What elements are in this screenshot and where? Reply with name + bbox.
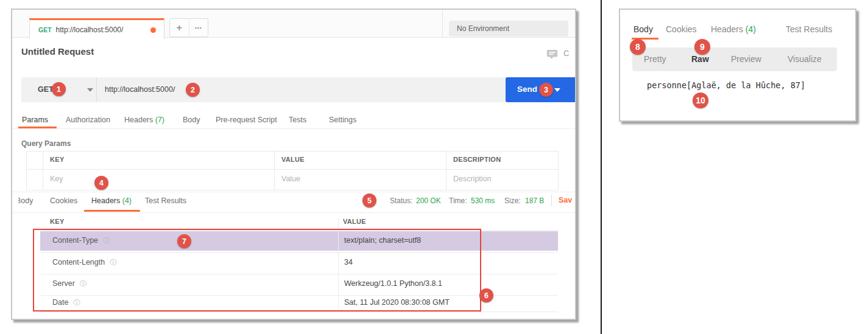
divider xyxy=(26,151,558,151)
column-header-description: DESCRIPTION xyxy=(453,156,501,163)
divider xyxy=(12,128,576,129)
comment-icon[interactable] xyxy=(546,49,558,60)
divider xyxy=(551,194,552,206)
headers-count-badge: (4) xyxy=(122,197,132,205)
divider xyxy=(26,190,558,190)
divider xyxy=(274,151,275,190)
response-tab-test-results[interactable]: Test Results xyxy=(786,24,832,34)
chevron-down-icon[interactable] xyxy=(554,88,560,92)
annotation-2: 2 xyxy=(186,83,200,97)
divider xyxy=(41,311,558,312)
tab-body[interactable]: Body xyxy=(183,116,200,124)
annotation-1: 1 xyxy=(52,82,66,96)
headers-count-badge: (7) xyxy=(155,116,164,124)
annotation-5: 5 xyxy=(362,193,376,207)
status-value: 200 OK xyxy=(416,197,441,205)
comments-label-cut: C xyxy=(563,49,569,58)
active-tab-underline xyxy=(84,210,140,212)
description-input[interactable]: Description xyxy=(453,175,492,183)
annotation-9: 9 xyxy=(694,39,710,55)
time-value: 530 ms xyxy=(471,197,495,205)
request-tab-method: GET xyxy=(38,26,52,33)
divider xyxy=(446,151,446,190)
response-tab-test-results[interactable]: Test Results xyxy=(145,197,186,205)
column-header-value: VALUE xyxy=(343,218,366,225)
divider xyxy=(26,151,27,190)
view-tab-raw[interactable]: Raw xyxy=(691,54,709,64)
postman-response-panel: Body Cookies Headers (4) Test Results Pr… xyxy=(619,9,856,122)
environment-selector[interactable]: No Environment xyxy=(449,21,568,37)
key-input[interactable]: Key xyxy=(50,175,63,183)
divider xyxy=(26,169,558,170)
column-header-key: KEY xyxy=(50,218,65,225)
response-tab-headers[interactable]: Headers (4) xyxy=(711,24,756,34)
active-tab-underline xyxy=(18,127,57,128)
size-label: Size: xyxy=(504,197,521,205)
annotation-6: 6 xyxy=(479,288,493,302)
column-header-value: VALUE xyxy=(281,156,305,163)
request-tab-url: http://localhost:5000/ xyxy=(56,26,124,34)
page-title: Untitled Request xyxy=(21,46,94,57)
divider xyxy=(558,151,559,190)
annotation-8: 8 xyxy=(630,39,646,55)
view-tab-preview[interactable]: Preview xyxy=(731,54,761,64)
divider xyxy=(12,212,576,213)
unsaved-dot-icon xyxy=(150,27,156,33)
divider xyxy=(43,151,43,190)
section-title: Query Params xyxy=(21,139,71,148)
status-label: Status: xyxy=(390,197,412,205)
tab-pre-request[interactable]: Pre-request Script xyxy=(216,116,277,124)
url-bar: GET http://localhost:5000/ xyxy=(21,77,576,102)
more-tabs-button[interactable]: ••• xyxy=(189,19,208,37)
view-tab-pretty[interactable]: Pretty xyxy=(644,54,666,64)
response-tab-cookies[interactable]: Cookies xyxy=(50,197,77,205)
divider xyxy=(12,192,576,192)
save-response-link[interactable]: Sav xyxy=(559,196,572,204)
response-tab-body[interactable]: Body xyxy=(16,197,34,205)
url-input[interactable]: http://localhost:5000/ xyxy=(105,85,175,94)
annotation-10: 10 xyxy=(693,92,708,108)
size-value: 187 B xyxy=(525,197,544,205)
tab-headers[interactable]: Headers (7) xyxy=(124,116,164,124)
time-label: Time: xyxy=(449,197,467,205)
annotation-7: 7 xyxy=(177,234,191,248)
tab-settings[interactable]: Settings xyxy=(329,116,356,124)
response-tab-cookies[interactable]: Cookies xyxy=(666,24,697,34)
send-button-label: Send xyxy=(517,85,537,94)
tab-params[interactable]: Params xyxy=(22,116,48,124)
method-selector[interactable]: GET xyxy=(38,85,54,94)
tab-actions: + ••• xyxy=(169,18,208,37)
divider xyxy=(96,77,97,102)
annotation-3: 3 xyxy=(539,83,553,97)
new-tab-button[interactable]: + xyxy=(170,19,189,37)
value-input[interactable]: Value xyxy=(281,175,300,183)
column-header-key: KEY xyxy=(50,156,65,163)
response-tab-body[interactable]: Body xyxy=(633,24,653,34)
request-tab[interactable]: GET http://localhost:5000/ xyxy=(29,18,164,39)
screenshot-root: GET http://localhost:5000/ + ••• No Envi… xyxy=(0,0,868,334)
view-tab-visualize[interactable]: Visualize xyxy=(788,54,822,64)
postman-request-panel: GET http://localhost:5000/ + ••• No Envi… xyxy=(11,9,576,320)
annotation-4: 4 xyxy=(94,176,108,190)
chevron-down-icon[interactable] xyxy=(87,88,93,92)
headers-count-badge: (4) xyxy=(746,24,756,34)
response-tab-headers[interactable]: Headers (4) xyxy=(91,197,132,205)
divider xyxy=(442,10,443,38)
tab-authorization[interactable]: Authorization xyxy=(66,116,110,124)
tab-tests[interactable]: Tests xyxy=(289,116,306,124)
response-body-text: personne[Aglaë, de la Hûche, 87] xyxy=(647,80,805,90)
divider xyxy=(601,0,602,334)
annotation-red-box xyxy=(33,229,481,311)
